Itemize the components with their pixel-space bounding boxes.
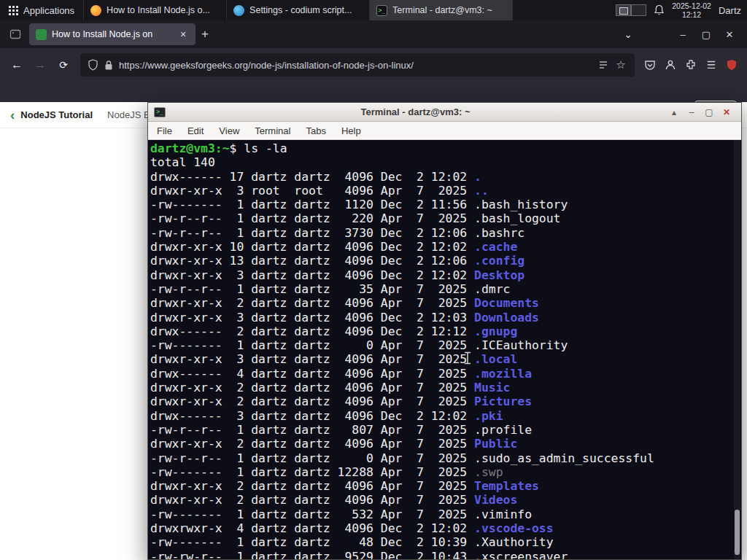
gfg-favicon bbox=[36, 29, 47, 40]
terminal-line: -rw------- 1 dartz dartz 48 Dec 2 10:39 … bbox=[150, 535, 741, 549]
terminal-line: drwxr-xr-x 2 dartz dartz 4096 Apr 7 2025… bbox=[150, 381, 741, 394]
taskbar-item-firefox[interactable]: How to Install Node.js o... bbox=[84, 0, 227, 20]
reload-button[interactable]: ⟳ bbox=[53, 54, 74, 76]
bookmark-star-icon[interactable]: ☆ bbox=[614, 55, 627, 74]
terminal-scrollbar-thumb[interactable] bbox=[735, 510, 740, 555]
terminal-line: drwxr-xr-x 2 dartz dartz 4096 Apr 7 2025… bbox=[150, 479, 741, 493]
new-tab-button[interactable]: + bbox=[196, 25, 214, 44]
terminal-menubar: File Edit View Terminal Tabs Help bbox=[148, 122, 741, 140]
terminal-line: drwxr-xr-x 3 dartz dartz 4096 Dec 2 12:0… bbox=[150, 268, 741, 282]
terminal-line: drwx------ 4 dartz dartz 4096 Apr 7 2025… bbox=[150, 367, 741, 381]
terminal-line: drwx------ 3 dartz dartz 4096 Dec 2 12:0… bbox=[150, 409, 741, 423]
window-close-button[interactable]: ✕ bbox=[718, 24, 741, 44]
terminal-line: drwxr-xr-x 3 dartz dartz 4096 Apr 7 2025… bbox=[150, 352, 741, 366]
forward-button[interactable]: → bbox=[29, 54, 51, 76]
terminal-line: drwx------ 2 dartz dartz 4096 Dec 2 12:1… bbox=[150, 324, 741, 338]
pocket-icon[interactable] bbox=[640, 55, 659, 74]
notification-bell-icon[interactable] bbox=[654, 4, 665, 16]
browser-tab-active[interactable]: How to Install Node.js on ✕ bbox=[29, 23, 196, 45]
terminal-scrollbar[interactable] bbox=[734, 140, 740, 559]
menu-view[interactable]: View bbox=[219, 125, 239, 136]
menu-help[interactable]: Help bbox=[341, 125, 361, 136]
terminal-line: -rw-r--r-- 1 dartz dartz 807 Apr 7 2025 … bbox=[150, 423, 741, 437]
terminal-line: drwxr-xr-x 2 dartz dartz 4096 Apr 7 2025… bbox=[150, 296, 741, 310]
terminal-line: drwxr-xr-x 2 dartz dartz 4096 Apr 7 2025… bbox=[150, 394, 741, 408]
menu-file[interactable]: File bbox=[157, 125, 172, 136]
terminal-line: -rw------- 1 dartz dartz 0 Apr 7 2025 .I… bbox=[150, 338, 741, 352]
terminal-line: -rw------- 1 dartz dartz 1120 Dec 2 11:5… bbox=[150, 198, 741, 211]
menu-hamburger-icon[interactable]: ☰ bbox=[702, 55, 721, 74]
terminal-shade-button[interactable]: ▴ bbox=[665, 107, 683, 117]
nav-current-item[interactable]: NodeJS Tutorial bbox=[20, 109, 93, 120]
terminal-icon: >_ bbox=[376, 5, 387, 16]
menu-tabs[interactable]: Tabs bbox=[306, 125, 325, 136]
extensions-puzzle-icon[interactable] bbox=[681, 55, 700, 74]
terminal-line: -rw-r--r-- 1 dartz dartz 35 Apr 7 2025 .… bbox=[150, 282, 741, 296]
terminal-title: Terminal - dartz@vm3: ~ bbox=[166, 106, 665, 117]
terminal-line: -rw------- 1 dartz dartz 12288 Apr 7 202… bbox=[150, 465, 741, 479]
url-bar[interactable]: https://www.geeksforgeeks.org/node-js/in… bbox=[80, 53, 635, 77]
taskbar-item-terminal[interactable]: >_ Terminal - dartz@vm3: ~ bbox=[370, 0, 513, 20]
tab-title: How to Install Node.js on bbox=[52, 29, 172, 39]
terminal-screen[interactable]: dartz@vm3:~$ ls -latotal 140drwx------ 1… bbox=[148, 140, 741, 559]
terminal-line: drwxr-xr-x 3 root root 4096 Apr 7 2025 .… bbox=[150, 184, 741, 198]
clock-date: 2025-12-02 bbox=[672, 1, 711, 10]
window-maximize-button[interactable]: ▢ bbox=[694, 24, 718, 44]
tracking-shield-icon[interactable] bbox=[88, 59, 98, 71]
task-label: How to Install Node.js o... bbox=[107, 5, 220, 15]
mouse-text-cursor bbox=[463, 351, 472, 365]
reader-mode-icon[interactable] bbox=[598, 60, 608, 70]
tab-close-icon[interactable]: ✕ bbox=[177, 28, 189, 40]
applications-label: Applications bbox=[23, 5, 74, 16]
terminal-app-icon: >_ bbox=[154, 107, 166, 117]
terminal-line: -rw-r--r-- 1 dartz dartz 3730 Dec 2 12:0… bbox=[150, 226, 741, 240]
terminal-line: drwxr-xr-x 13 dartz dartz 4096 Dec 2 12:… bbox=[150, 254, 741, 268]
account-icon[interactable] bbox=[661, 55, 680, 74]
firefox-icon bbox=[90, 5, 101, 16]
applications-menu-button[interactable]: Applications bbox=[0, 0, 83, 20]
codium-icon bbox=[233, 5, 244, 16]
terminal-minimize-button[interactable]: – bbox=[683, 107, 700, 117]
tab-bar: How to Install Node.js on ✕ + ⌄ – ▢ ✕ bbox=[0, 20, 747, 48]
terminal-line: drwx------ 17 dartz dartz 4096 Dec 2 12:… bbox=[150, 170, 741, 184]
terminal-line: drwxr-xr-x 3 dartz dartz 4096 Dec 2 12:0… bbox=[150, 311, 741, 324]
task-label: Terminal - dartz@vm3: ~ bbox=[392, 5, 506, 15]
window-minimize-button[interactable]: – bbox=[671, 24, 694, 44]
terminal-output: dartz@vm3:~$ ls -latotal 140drwx------ 1… bbox=[150, 141, 741, 559]
panel-clock[interactable]: 2025-12-02 12:12 bbox=[672, 1, 711, 19]
terminal-line: total 140 bbox=[150, 155, 741, 169]
terminal-line: -rw-r--r-- 1 dartz dartz 0 Apr 7 2025 .s… bbox=[150, 451, 741, 465]
desktop-panel: Applications How to Install Node.js o...… bbox=[0, 0, 747, 20]
url-text[interactable]: https://www.geeksforgeeks.org/node-js/in… bbox=[119, 60, 592, 71]
clock-time: 12:12 bbox=[672, 10, 711, 19]
taskbar-item-codium[interactable]: Settings - codium script... bbox=[227, 0, 370, 20]
terminal-line: -rw-rw-r-- 1 dartz dartz 9529 Dec 2 10:4… bbox=[150, 550, 741, 559]
terminal-line: -rw-r--r-- 1 dartz dartz 220 Apr 7 2025 … bbox=[150, 211, 741, 225]
workspace-2[interactable] bbox=[631, 4, 646, 16]
workspace-1[interactable] bbox=[616, 4, 631, 16]
terminal-line: drwxr-xr-x 10 dartz dartz 4096 Dec 2 12:… bbox=[150, 240, 741, 254]
terminal-line: drwxrwxr-x 4 dartz dartz 4096 Dec 2 12:0… bbox=[150, 521, 741, 535]
workspace-pager[interactable] bbox=[616, 4, 646, 16]
terminal-line: drwxr-xr-x 2 dartz dartz 4096 Apr 7 2025… bbox=[150, 493, 741, 507]
menu-terminal[interactable]: Terminal bbox=[255, 125, 290, 136]
back-button[interactable]: ← bbox=[6, 54, 28, 76]
terminal-line: drwxr-xr-x 2 dartz dartz 4096 Apr 7 2025… bbox=[150, 437, 741, 451]
applications-grid-icon bbox=[9, 6, 18, 15]
terminal-window: >_ Terminal - dartz@vm3: ~ ▴ – ▢ ✕ File … bbox=[147, 102, 742, 560]
red-shield-extension-icon[interactable] bbox=[722, 55, 741, 74]
nav-scroll-left-icon[interactable]: ‹ bbox=[10, 107, 15, 123]
browser-toolbar: ← → ⟳ https://www.geeksforgeeks.org/node… bbox=[0, 48, 747, 82]
terminal-close-button[interactable]: ✕ bbox=[718, 107, 735, 117]
terminal-titlebar[interactable]: >_ Terminal - dartz@vm3: ~ ▴ – ▢ ✕ bbox=[148, 103, 741, 122]
task-label: Settings - codium script... bbox=[249, 5, 363, 15]
lock-icon[interactable] bbox=[104, 60, 113, 71]
panel-user-label[interactable]: Dartz bbox=[719, 5, 743, 16]
menu-edit[interactable]: Edit bbox=[187, 125, 204, 136]
list-all-tabs-icon[interactable]: ⌄ bbox=[619, 25, 638, 44]
firefox-view-icon[interactable] bbox=[6, 25, 25, 44]
terminal-line: -rw------- 1 dartz dartz 532 Apr 7 2025 … bbox=[150, 508, 741, 521]
terminal-line: dartz@vm3:~$ ls -la bbox=[150, 141, 741, 155]
terminal-maximize-button[interactable]: ▢ bbox=[700, 107, 718, 117]
panel-tray: 2025-12-02 12:12 Dartz bbox=[616, 0, 747, 20]
